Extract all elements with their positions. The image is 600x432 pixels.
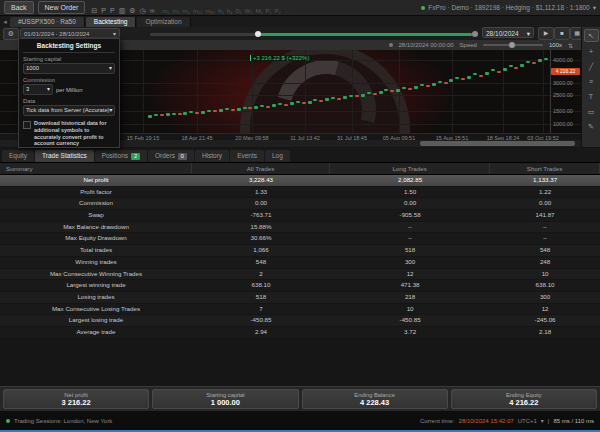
new-order-button[interactable]: New Order	[38, 1, 86, 14]
timeframe-icon-12[interactable]: …	[282, 8, 291, 14]
timeframe-icon-2[interactable]: m₅	[181, 8, 191, 14]
timeframe-icon-4[interactable]: m₃₀	[204, 8, 217, 14]
pointer-icon[interactable]: ↖	[584, 29, 599, 42]
speed-stepper-icon[interactable]: ⇅	[568, 42, 573, 49]
text-tool-icon[interactable]: T	[585, 91, 598, 102]
play-button[interactable]: ▶	[538, 27, 554, 40]
table-body: Net profit3,228.432,082.851,133.37Profit…	[0, 175, 600, 339]
backtest-end-date[interactable]: 28/10/2024 ▾	[482, 27, 534, 38]
stat-all: -763.71	[192, 210, 330, 221]
stop-button[interactable]: ■	[554, 27, 570, 40]
stat-all: 2	[192, 269, 330, 280]
tab-log[interactable]: Log	[265, 150, 290, 162]
timeframe-icon-6[interactable]: h₄	[225, 8, 234, 14]
equity-dash	[243, 107, 247, 109]
price-axis-line	[550, 50, 551, 133]
table-row[interactable]: Max Equity Drawdown30.66%––	[0, 233, 600, 245]
alarm-icon[interactable]: ◷	[138, 7, 148, 14]
tab-history[interactable]: History	[195, 150, 229, 162]
tabs-back-arrow-icon[interactable]: ◂	[0, 17, 10, 27]
equity-dash	[420, 84, 424, 86]
timeframe-icon-7[interactable]: D₁	[234, 8, 243, 14]
equity-dash	[532, 62, 536, 64]
table-row[interactable]: Losing trades518218300	[0, 292, 600, 304]
equity-dash	[331, 97, 335, 99]
tab-symbol[interactable]: #USSPX500 · Ra50	[10, 17, 85, 27]
table-row[interactable]: Max Consecutive Losing Trades71012	[0, 304, 600, 316]
print-icon[interactable]: ⊟	[89, 7, 99, 14]
stat-all: 0.00	[192, 198, 330, 209]
equity-dash	[485, 72, 489, 75]
table-row[interactable]: Max Consecutive Winning Trades21210	[0, 269, 600, 281]
draw-tool-icon[interactable]: ✎	[585, 121, 598, 132]
tab-orders[interactable]: Orders0	[148, 150, 194, 162]
back-button[interactable]: Back	[4, 1, 34, 14]
timezone-value[interactable]: UTC+1	[518, 418, 537, 424]
table-row[interactable]: Commission0.000.000.00	[0, 198, 600, 210]
column-header[interactable]: Long Trades	[330, 163, 490, 174]
link-icon[interactable]: ∞	[148, 7, 157, 14]
table-row[interactable]: Winning trades548300248	[0, 257, 600, 269]
tab-positions[interactable]: Positions2	[95, 150, 147, 162]
stat-long: 218	[330, 292, 490, 303]
summary-card-ending-equity: Ending Equity4 216.22	[451, 389, 597, 409]
tab-strip: ◂ #USSPX500 · Ra50 Backtesting Optimizat…	[0, 16, 600, 27]
speed-slider[interactable]	[483, 44, 543, 46]
summary-card-value: 1 000.00	[211, 398, 240, 407]
tab-equity[interactable]: Equity	[2, 150, 34, 162]
crosshair-icon[interactable]: +	[585, 46, 598, 57]
data-source-select[interactable]: Tick data from Server (Accurate) ▾	[23, 105, 115, 116]
equity-dash	[396, 89, 400, 92]
equity-dash	[408, 88, 412, 90]
column-header[interactable]: Short Trades	[490, 163, 600, 174]
table-row[interactable]: Net profit3,228.432,082.851,133.37	[0, 175, 600, 187]
progress-handle[interactable]	[255, 31, 261, 37]
timeframe-icon-9[interactable]: M₁	[254, 8, 264, 14]
tab-optimization[interactable]: Optimization	[137, 17, 190, 27]
tab-trade-statistics[interactable]: Trade Statistics	[35, 150, 94, 162]
equity-dash	[260, 105, 264, 107]
speed-slider-handle[interactable]	[509, 42, 515, 48]
equity-dash	[266, 106, 270, 108]
equity-dash	[497, 71, 501, 73]
timeframe-icon-3[interactable]: m₁₅	[191, 8, 203, 14]
date-range-dropdown[interactable]: 01/01/2024 - 28/10/2024 ▾	[20, 28, 120, 38]
tab-label: Equity	[9, 150, 27, 162]
marker-icon[interactable]: P	[108, 7, 117, 14]
commission-input[interactable]: 3 ▾	[23, 84, 53, 95]
timeframe-icon-1[interactable]: m₂	[171, 8, 181, 14]
timeframe-icon-5[interactable]: h₁	[217, 8, 225, 14]
table-row[interactable]: Average trade2.943.722.18	[0, 327, 600, 339]
settings-gear-icon[interactable]: ⚙	[3, 28, 19, 40]
stat-all: -450.85	[192, 315, 330, 326]
table-row[interactable]: Largest losing trade-450.85-450.85-245.0…	[0, 315, 600, 327]
starting-capital-select[interactable]: 1000 ▾	[23, 63, 115, 74]
equity-dash	[225, 108, 229, 110]
equity-dash	[438, 81, 442, 83]
timeframe-icon-0[interactable]: m₁	[161, 8, 171, 14]
gear-icon[interactable]: ⚙	[127, 7, 137, 14]
fibonacci-icon[interactable]: ≡	[585, 76, 598, 87]
stat-all: 518	[192, 292, 330, 303]
download-data-checkbox[interactable]	[23, 121, 31, 129]
pencil-icon[interactable]: P	[99, 7, 108, 14]
table-row[interactable]: Total trades1,066518548	[0, 245, 600, 257]
summary-card-starting-capital: Starting capital1 000.00	[152, 389, 298, 409]
tab-events[interactable]: Events	[230, 150, 264, 162]
timeframe-icon-8[interactable]: W₁	[243, 8, 254, 14]
table-row[interactable]: Swap-763.71-905.58141.87	[0, 210, 600, 222]
trendline-icon[interactable]: ╱	[585, 61, 598, 72]
table-row[interactable]: Largest winning trade638.10471.38638.10	[0, 280, 600, 292]
table-row[interactable]: Profit factor1.331.501.22	[0, 187, 600, 199]
chart-scrollbar-thumb[interactable]	[420, 141, 575, 146]
column-header[interactable]: All Trades	[192, 163, 330, 174]
stat-all: 1.33	[192, 187, 330, 198]
table-row[interactable]: Max Balance drawdown15.88%––	[0, 222, 600, 234]
tab-backtesting[interactable]: Backtesting	[86, 17, 137, 27]
stat-short: 141.87	[490, 210, 600, 221]
shape-tool-icon[interactable]: ▭	[585, 106, 598, 117]
column-header[interactable]: Summary	[0, 163, 192, 174]
account-info[interactable]: FxPro · Demo · 1892198 · Hedging · $1,11…	[421, 4, 596, 12]
timeframe-icon-10[interactable]: P₁	[264, 8, 273, 14]
chart-type-icon[interactable]: ▥	[117, 7, 128, 14]
